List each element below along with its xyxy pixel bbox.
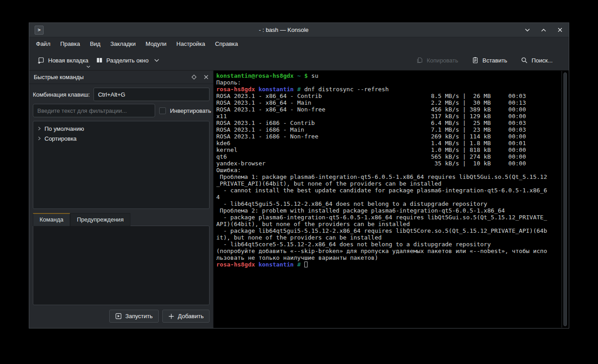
run-button[interactable]: Запустить <box>109 310 159 323</box>
terminal-output: konstantin@rosa-hs8gdx ~ $ suПароль:rosa… <box>216 72 560 328</box>
terminal-line: ROSA 2023.1 - x86_64 - Contrib 8.5 MB/s … <box>216 93 560 99</box>
terminal-line: yandex-browser 35 kB/s | 10 kB 00:00 <box>216 160 560 167</box>
konsole-window: > - : bash — Konsole ФайлПравкаВидЗаклад… <box>29 22 569 328</box>
chevron-down-icon <box>524 27 531 33</box>
command-editor[interactable] <box>33 226 210 305</box>
new-tab-menu-caret-icon <box>86 66 90 68</box>
terminal-line: rosa-hs8gdx konstantin # <box>216 261 560 268</box>
window-title: - : bash — Konsole <box>44 27 524 33</box>
tree-item-sorting[interactable]: Сортировка <box>33 133 209 143</box>
maximize-button[interactable] <box>540 27 547 34</box>
terminal-line: Ошибка: <box>216 167 560 173</box>
invert-label: Инвертировать <box>170 107 211 114</box>
menu-item-file[interactable]: Файл <box>31 39 55 49</box>
commands-tree: По умолчаниюСортировка <box>33 121 210 209</box>
invert-checkbox[interactable] <box>159 107 166 114</box>
menubar: ФайлПравкаВидЗакладкиМодулиНастройкаСпра… <box>29 37 569 50</box>
paste-icon <box>472 57 479 64</box>
menu-item-bookmarks[interactable]: Закладки <box>105 39 140 49</box>
scrollbar-thumb[interactable] <box>563 72 567 326</box>
chevron-right-icon[interactable] <box>37 126 41 131</box>
terminal-line: - package plasma6-integration-qt5-6.0.5-… <box>216 214 560 221</box>
close-button[interactable] <box>556 27 563 34</box>
search-icon <box>521 57 528 64</box>
panel-tabs: КомандаПредупреждения <box>33 213 210 226</box>
toolbar: Новая вкладка Разделить окно <box>29 50 569 70</box>
chevron-up-icon <box>540 27 547 33</box>
chevron-right-icon[interactable] <box>37 136 41 141</box>
terminal-line: - lib64qt5gui5-5.15.12-2.x86_64 does not… <box>216 200 560 207</box>
terminal-line: rosa-hs8gdx konstantin # dnf distrosync … <box>216 86 560 93</box>
titlebar: > - : bash — Konsole <box>29 23 569 37</box>
menu-item-view[interactable]: Вид <box>85 39 106 49</box>
terminal-line: ROSA 2023.1 - i686 - Main 7.1 MB/s | 23 … <box>216 126 560 133</box>
terminal-line: (попробуйте добавить «--skip-broken» для… <box>216 248 560 254</box>
terminal-line: API)(64bit), but none of the providers c… <box>216 221 560 227</box>
terminal-scrollbar <box>562 71 569 328</box>
run-icon <box>115 313 122 320</box>
minimize-button[interactable] <box>524 27 531 34</box>
copy-icon <box>416 57 423 64</box>
quick-commands-panel: Быстрые команды Комбинация клавиш: <box>29 71 214 328</box>
tab-warnings[interactable]: Предупреждения <box>70 213 130 226</box>
shortcut-label: Комбинация клавиш: <box>33 91 90 98</box>
menu-item-plugins[interactable]: Модули <box>141 39 172 49</box>
shortcut-input[interactable] <box>94 88 210 101</box>
terminal-line: ROSA 2023.1 - i686 - Non-free 269 kB/s |… <box>216 133 560 140</box>
close-panel-icon[interactable] <box>204 75 209 80</box>
terminal-line: it), but none of the providers can be in… <box>216 234 560 241</box>
menu-item-edit[interactable]: Правка <box>55 39 85 49</box>
terminal-line: - cannot install the best update candida… <box>216 187 560 194</box>
terminal-line: qt6 565 kB/s | 274 kB 00:00 <box>216 153 560 160</box>
terminal-line: Проблема 2: problem with installed packa… <box>216 207 560 214</box>
new-tab-button[interactable]: Новая вкладка <box>34 54 92 67</box>
paste-button[interactable]: Вставить <box>468 54 511 67</box>
terminal-line: - package lib64qt5gui5-5.15.12-2.x86_64 … <box>216 227 560 234</box>
split-window-icon <box>96 57 103 64</box>
menu-item-help[interactable]: Справка <box>210 39 243 49</box>
float-panel-icon[interactable] <box>192 75 196 80</box>
new-tab-icon <box>37 57 45 64</box>
filter-input[interactable] <box>33 104 155 117</box>
terminal-line: kernel 1.0 MB/s | 818 kB 00:00 <box>216 146 560 153</box>
terminal-area[interactable]: konstantin@rosa-hs8gdx ~ $ suПароль:rosa… <box>214 71 569 328</box>
terminal-line: ROSA 2023.1 - i686 - Contrib 6.4 MB/s | … <box>216 120 560 126</box>
panel-title: Быстрые команды <box>34 74 192 80</box>
terminal-line: ROSA 2023.1 - x86_64 - Non-free 456 kB/s… <box>216 106 560 113</box>
copy-button[interactable]: Копировать <box>412 54 462 67</box>
split-window-button[interactable]: Разделить окно <box>92 54 163 67</box>
terminal-line: ROSA 2023.1 - x86_64 - Main 2.2 MB/s | 3… <box>216 99 560 106</box>
terminal-line: x11 317 kB/s | 129 kB 00:00 <box>216 113 560 120</box>
terminal-line: 4 <box>216 194 560 200</box>
tab-command[interactable]: Команда <box>33 213 70 226</box>
terminal-line: konstantin@rosa-hs8gdx ~ $ su <box>216 72 560 79</box>
tree-item-default[interactable]: По умолчанию <box>33 124 209 133</box>
search-button[interactable]: Поиск... <box>517 54 556 67</box>
terminal-line: kde6 1.4 MB/s | 1.8 MB 00:01 <box>216 140 560 146</box>
terminal-line: льзовать не только наилучшие варианты па… <box>216 254 560 261</box>
menu-item-settings[interactable]: Настройка <box>171 39 210 49</box>
terminal-line: _PRIVATE_API)(64bit), but none of the pr… <box>216 180 560 187</box>
panel-header: Быстрые команды <box>29 71 213 84</box>
konsole-app-icon[interactable]: > <box>35 26 44 35</box>
terminal-line: Проблема 1: package plasma6-integration-… <box>216 173 560 180</box>
close-icon <box>557 27 563 33</box>
terminal-cursor <box>304 262 308 267</box>
terminal-line: - lib64qt5core5-5.15.12-2.x86_64 does no… <box>216 241 560 248</box>
chevron-down-icon <box>154 59 159 62</box>
add-button[interactable]: Добавить <box>162 310 210 323</box>
plus-icon <box>168 313 174 320</box>
terminal-line: Пароль: <box>216 79 560 86</box>
